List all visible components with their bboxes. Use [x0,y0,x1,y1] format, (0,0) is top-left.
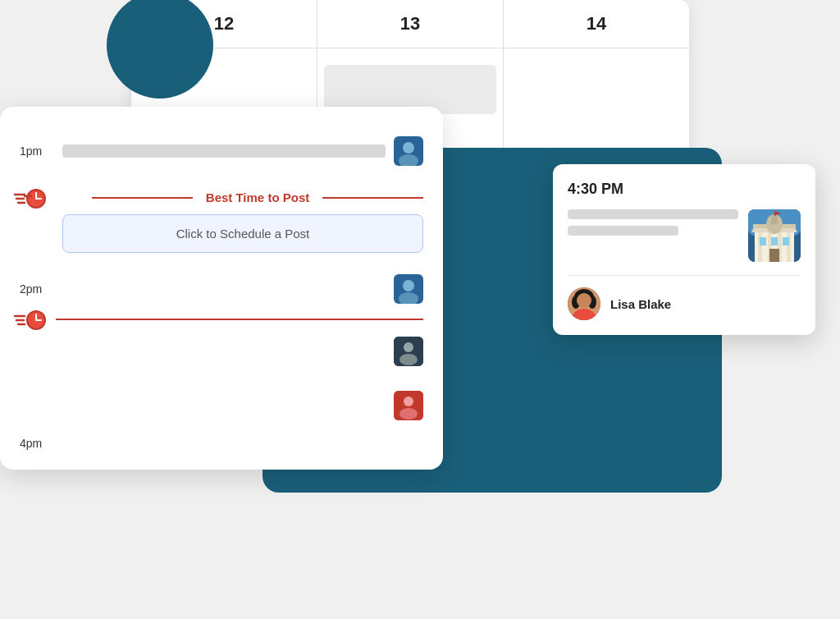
svg-rect-38 [760,237,766,245]
time-row-2pm: 2pm [20,266,423,312]
svg-rect-35 [771,216,778,224]
avatar-1pm [394,136,423,166]
svg-point-24 [399,408,418,420]
time-label-1pm: 1pm [20,144,62,158]
post-card-image [748,209,801,262]
post-card-author: Lisa Blake [568,287,801,320]
post-row-1pm [62,136,423,166]
calendar-day-13: 13 [317,0,504,48]
svg-rect-40 [783,237,789,245]
post-row-3b-section [20,379,423,432]
best-time-line-right [322,197,423,199]
post-card-popup: 4:30 PM [553,164,815,335]
schedule-button-wrapper[interactable]: Click to Schedule a Post [62,214,423,253]
best-time-line-left [92,197,193,199]
second-best-time-section [20,319,423,320]
post-card-text-lines [568,209,738,242]
avatar-3a [394,337,423,366]
author-avatar [568,287,600,320]
svg-point-46 [577,293,591,308]
schedule-post-button[interactable]: Click to Schedule a Post [62,214,423,253]
calendar-day-14: 14 [504,0,689,48]
svg-rect-41 [769,249,779,262]
svg-point-21 [399,354,418,365]
best-time-section: Best Time to Post [20,190,423,204]
svg-point-20 [404,342,413,352]
best-time-inner: Best Time to Post [56,190,423,204]
svg-point-0 [403,142,414,154]
svg-point-23 [404,397,413,406]
post-card-divider [568,275,801,276]
svg-point-1 [399,154,418,166]
avatar-3b [394,391,423,420]
second-best-time-line [56,319,423,320]
post-row-2pm [62,274,423,304]
time-row-1pm: 1pm [20,128,423,174]
post-row-3b [20,383,423,429]
author-name: Lisa Blake [610,297,671,311]
time-label-4pm: 4pm [20,432,423,450]
post-card-time: 4:30 PM [568,181,801,198]
time-label-2pm: 2pm [20,282,62,296]
avatar-2pm [394,274,423,304]
post-row-after-2nd [20,323,423,379]
scheduler-panel: 1pm [0,107,443,470]
second-best-time-row [20,319,423,320]
second-speed-icon [13,300,49,339]
post-card-content-area [568,209,801,262]
post-bar-1pm [62,144,386,158]
post-card-line-1 [568,209,738,219]
best-time-icon [13,178,49,218]
time-1pm-section: 1pm [20,123,423,177]
svg-point-11 [399,292,418,304]
svg-point-10 [403,280,414,291]
post-content-3b [62,391,423,420]
scheduler-inner: 1pm [0,107,443,470]
best-time-label: Best Time to Post [206,190,309,204]
post-card-line-2 [568,226,678,236]
time-2pm-section: 2pm [20,263,423,315]
svg-rect-39 [771,237,778,245]
post-row-3a [20,328,423,374]
post-content-3a [62,337,423,366]
calendar-header: 12 13 14 [131,0,689,48]
